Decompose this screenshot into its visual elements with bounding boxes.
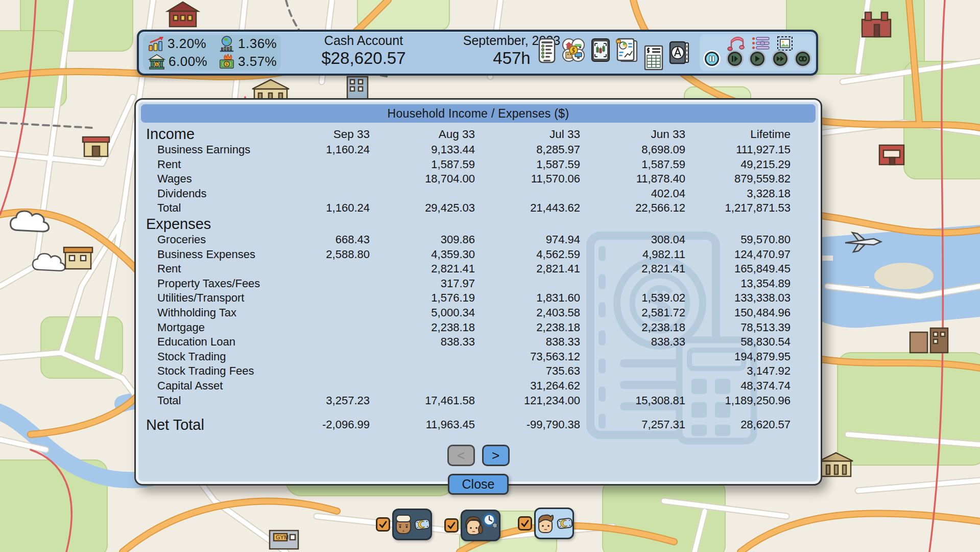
cell-jul [475, 277, 580, 291]
playlist-icon[interactable] [752, 36, 770, 51]
character-group-3 [518, 508, 574, 539]
play-button[interactable] [750, 52, 764, 66]
cell-jul: 21,443.62 [475, 201, 580, 216]
cell-sep [265, 291, 370, 306]
stock-tablet-icon[interactable] [590, 38, 611, 62]
cell-jun [580, 364, 685, 379]
table-row: Business Earnings 1,160.24 9,133.44 8,28… [146, 143, 821, 157]
cell-jul: 1,587.59 [475, 157, 580, 172]
cell-sep: 668.43 [265, 233, 370, 247]
cell-lifetime: 111,927.15 [685, 143, 791, 157]
character-3-card[interactable] [534, 508, 574, 539]
infinite-speed-button[interactable] [796, 52, 810, 66]
cell-jul: 31,264.62 [475, 379, 580, 394]
cell-sep: 1,160.24 [265, 201, 370, 216]
world-economy-icon [219, 36, 235, 52]
music-notes-icon[interactable] [726, 35, 746, 52]
cell-jun: 15,308.81 [580, 394, 685, 408]
cell-sep [265, 157, 370, 172]
character-1-card[interactable] [392, 509, 432, 540]
sleeping-pillow-icon [414, 518, 431, 531]
column-header: Jul 33 [475, 126, 580, 143]
next-page-button[interactable]: > [482, 445, 510, 466]
pause-button[interactable] [705, 52, 719, 66]
cell-jun: 2,238.18 [580, 320, 685, 335]
cell-sep [265, 187, 370, 201]
character-1-checkbox[interactable] [376, 517, 390, 532]
row-label: Business Earnings [146, 143, 265, 157]
directory-icon[interactable] [668, 41, 690, 64]
invoice-icon[interactable] [643, 45, 664, 71]
cell-jul: 735.63 [475, 364, 580, 379]
cell-lifetime: 78,513.39 [685, 320, 791, 335]
media-buttons [705, 52, 810, 66]
cash-account-block: Cash Account $28,620.57 [292, 33, 435, 73]
stock-market-stat: 3.20% [143, 36, 213, 52]
fast-forward-button[interactable] [773, 52, 787, 66]
expenses-rows: Groceries 668.43 309.86 974.94 308.04 59… [146, 233, 821, 408]
cell-jul: 8,285.97 [475, 143, 580, 157]
character-2-checkbox[interactable] [444, 518, 459, 533]
cell-sep: 2,588.80 [265, 247, 370, 262]
assets-icon[interactable] [561, 38, 586, 62]
character-2-card[interactable] [461, 510, 500, 541]
cell-jul: 1,831.60 [475, 291, 580, 306]
cell-lifetime: 133,338.03 [685, 291, 791, 306]
net-cell-aug: 11,963.45 [370, 416, 475, 433]
cell-lifetime: 150,484.96 [685, 306, 791, 320]
cell-sep: 3,257.23 [265, 394, 370, 408]
cell-jul: 2,238.18 [475, 320, 580, 335]
row-label: Groceries [146, 233, 265, 247]
row-label: Stock Trading Fees [146, 364, 265, 379]
woman-portrait [463, 514, 484, 537]
cell-aug [370, 187, 475, 201]
character-group-2 [444, 510, 500, 541]
hud-bar: 3.20% 1.36% 6.00% 3.57% Cash Account $28… [137, 30, 818, 76]
close-button[interactable]: Close [448, 474, 509, 495]
cell-jun [580, 277, 685, 291]
cell-lifetime: 165,849.45 [685, 262, 791, 277]
cell-jun [580, 379, 685, 394]
cell-aug: 317.97 [370, 277, 475, 291]
table-row: Total 1,160.24 29,425.03 21,443.62 22,56… [146, 201, 821, 216]
stock-market-value: 3.20% [168, 36, 206, 52]
table-row: Dividends 402.04 3,328.18 [146, 187, 821, 201]
cell-lifetime: 49,215.29 [685, 157, 791, 172]
step-button[interactable] [728, 52, 742, 66]
previous-page-button[interactable]: < [447, 445, 475, 466]
cell-jul: 73,563.12 [475, 350, 580, 364]
cell-jul: 838.33 [475, 335, 580, 350]
gym-sign-label: GYM [276, 534, 289, 540]
cell-aug: 309.86 [370, 233, 475, 247]
pagination: < > [136, 445, 821, 466]
table-row: Total 3,257.23 17,461.58 121,234.00 15,3… [146, 394, 821, 408]
cell-jun: 2,581.72 [580, 306, 685, 320]
row-label: Capital Asset [146, 379, 265, 394]
table-row: Rent 2,821.41 2,821.41 2,821.41 165,849.… [146, 262, 821, 277]
row-label: Stock Trading [146, 350, 265, 364]
row-label: Total [146, 201, 265, 216]
cell-aug: 2,238.18 [370, 320, 475, 335]
cell-aug: 9,133.44 [370, 143, 475, 157]
screenshot-icon[interactable] [776, 35, 794, 52]
row-label: Withholding Tax [146, 306, 265, 320]
cell-lifetime: 59,570.80 [685, 233, 791, 247]
phone-checklist-icon[interactable] [537, 38, 557, 63]
report-icon[interactable] [615, 38, 639, 63]
young-man-portrait [535, 512, 556, 535]
bank-interest-value: 6.00% [169, 54, 207, 70]
inflation-icon [219, 54, 235, 70]
cell-sep [265, 172, 370, 187]
character-group-1 [376, 509, 432, 540]
cell-aug: 4,359.30 [370, 247, 475, 262]
character-3-checkbox[interactable] [518, 516, 532, 531]
dialog-title: Household Income / Expenses ($) [141, 104, 816, 123]
cell-jun: 402.04 [580, 187, 685, 201]
net-cell-jun: 7,257.31 [580, 416, 685, 433]
cell-aug: 18,704.00 [370, 172, 475, 187]
net-total-row: Net Total -2,096.99 11,963.45 -99,790.38… [146, 416, 821, 433]
cell-aug [370, 379, 475, 394]
cell-jun: 308.04 [580, 233, 685, 247]
column-header: Lifetime [685, 126, 791, 143]
column-header: Jun 33 [580, 126, 685, 143]
